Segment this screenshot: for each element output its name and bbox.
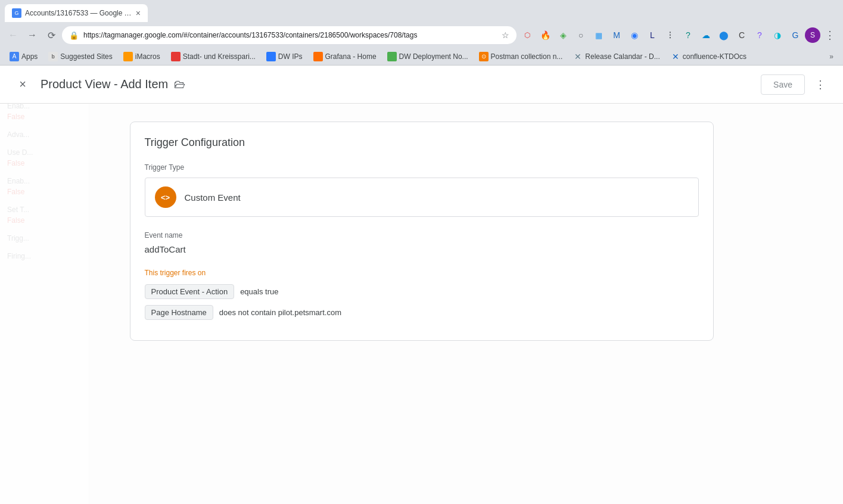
ext-btn-16[interactable]: G [787, 27, 804, 43]
tab-favicon: G [12, 8, 21, 18]
bookmark-release-label: Release Calandar - D... [585, 52, 660, 61]
bookmark-dw-deployment-label: DW Deployment No... [399, 52, 468, 61]
dialog-title: Product View - Add Item 🗁 [41, 77, 761, 91]
event-name-value: addToCart [145, 244, 699, 254]
confluence-favicon: ✕ [671, 52, 680, 61]
postman-favicon: ⊙ [479, 52, 489, 61]
condition-tag-1[interactable]: Page Hostname [145, 305, 213, 320]
tab-close-button[interactable]: × [136, 8, 141, 18]
bookmarks-more-button[interactable]: » [825, 51, 838, 63]
trigger-config-card: Trigger Configuration Trigger Type <> Cu… [130, 122, 714, 341]
star-icon[interactable]: ☆ [502, 30, 509, 40]
extension-icons: ⬡ 🔥 ◈ ○ ▦ M ◉ L ⁝ ? ☁ ⬤ C ? ◑ G S ⋮ [519, 27, 838, 43]
bookmark-suggested[interactable]: b Suggested Sites [43, 50, 117, 63]
condition-text-1: does not contain pilot.petsmart.com [219, 308, 341, 317]
dialog-overlay: × Product View - Add Item 🗁 Save ⋮ Trigg… [0, 66, 843, 504]
ext-btn-10[interactable]: ? [680, 27, 696, 43]
chrome-menu-btn[interactable]: ⋮ [822, 27, 838, 43]
bookmark-dwips-label: DW IPs [278, 52, 303, 61]
ext-btn-8[interactable]: L [644, 27, 661, 43]
ext-btn-14[interactable]: ? [751, 27, 768, 43]
dialog-close-button[interactable]: × [12, 74, 33, 95]
stadt-favicon [171, 52, 181, 61]
ext-btn-5[interactable]: ▦ [590, 27, 607, 43]
bookmark-confluence[interactable]: ✕ confluence-KTDOcs [666, 50, 751, 63]
grafana-favicon [313, 52, 323, 61]
url-text: https://tagmanager.google.com/#/containe… [83, 31, 497, 39]
ext-btn-3[interactable]: ◈ [555, 27, 571, 43]
ext-btn-13[interactable]: C [733, 27, 750, 43]
more-options-icon: ⋮ [815, 78, 826, 91]
condition-text-0: equals true [240, 287, 278, 296]
bookmark-suggested-label: Suggested Sites [60, 52, 112, 61]
dialog-title-text: Product View - Add Item [41, 77, 168, 91]
condition-tag-0[interactable]: Product Event - Action [145, 284, 235, 299]
condition-row-0: Product Event - Action equals true [145, 284, 699, 299]
bookmark-dw-deployment[interactable]: DW Deployment No... [382, 50, 473, 63]
bookmark-dwips[interactable]: DW IPs [262, 50, 307, 63]
more-options-button[interactable]: ⋮ [810, 74, 831, 95]
active-tab[interactable]: G Accounts/13167533 — Google Tag Manager… [5, 4, 148, 22]
profile-btn[interactable]: S [805, 27, 820, 43]
save-button[interactable]: Save [761, 74, 805, 95]
tab-title: Accounts/13167533 — Google Tag Manager [25, 9, 132, 17]
bookmark-imacros[interactable]: iMacros [119, 50, 165, 63]
dialog-header: × Product View - Add Item 🗁 Save ⋮ [0, 66, 843, 104]
ext-btn-7[interactable]: ◉ [626, 27, 643, 43]
ext-btn-11[interactable]: ☁ [698, 27, 714, 43]
imacros-favicon [123, 52, 133, 61]
code-icon: <> [161, 193, 170, 202]
bookmark-apps[interactable]: A Apps [5, 50, 42, 63]
trigger-type-label: Trigger Type [145, 163, 699, 172]
fires-on-label: This trigger fires on [145, 269, 699, 277]
bookmark-postman-label: Postman collection n... [491, 52, 563, 61]
ext-btn-2[interactable]: 🔥 [537, 27, 553, 43]
ext-btn-12[interactable]: ⬤ [716, 27, 732, 43]
ext-btn-1[interactable]: ⬡ [519, 27, 536, 43]
close-icon: × [19, 77, 26, 91]
tab-bar: G Accounts/13167533 — Google Tag Manager… [0, 0, 843, 23]
release-favicon: ✕ [573, 52, 583, 61]
condition-row-1: Page Hostname does not contain pilot.pet… [145, 305, 699, 320]
apps-favicon: A [10, 52, 19, 61]
bookmark-confluence-label: confluence-KTDOcs [683, 52, 746, 61]
suggested-favicon: b [48, 52, 58, 61]
trigger-config-title: Trigger Configuration [145, 136, 699, 149]
main-area: × GA - Ac... Enab... False Adva... Use D… [0, 66, 843, 504]
ext-btn-15[interactable]: ◑ [769, 27, 786, 43]
bookmark-release[interactable]: ✕ Release Calandar - D... [568, 50, 664, 63]
bookmark-postman[interactable]: ⊙ Postman collection n... [474, 50, 568, 63]
event-name-label: Event name [145, 231, 699, 239]
dialog-actions: Save ⋮ [761, 74, 831, 95]
url-bar[interactable]: 🔒 https://tagmanager.google.com/#/contai… [62, 26, 517, 44]
trigger-type-selector[interactable]: <> Custom Event [145, 178, 699, 217]
custom-event-icon: <> [155, 186, 176, 208]
reload-button[interactable]: ⟳ [43, 27, 60, 43]
dwips-favicon [266, 52, 276, 61]
address-bar: ← → ⟳ 🔒 https://tagmanager.google.com/#/… [0, 23, 843, 48]
lock-icon: 🔒 [69, 31, 79, 40]
bookmark-imacros-label: iMacros [135, 52, 160, 61]
bookmark-grafana-label: Grafana - Home [325, 52, 377, 61]
bookmark-stadt[interactable]: Stadt- und Kreisspari... [166, 50, 260, 63]
ext-btn-9[interactable]: ⁝ [662, 27, 679, 43]
ext-btn-6[interactable]: M [608, 27, 625, 43]
bookmark-stadt-label: Stadt- und Kreisspari... [183, 52, 256, 61]
bookmark-grafana[interactable]: Grafana - Home [309, 50, 381, 63]
ext-btn-4[interactable]: ○ [573, 27, 589, 43]
folder-icon[interactable]: 🗁 [174, 77, 186, 91]
bookmarks-bar: A Apps b Suggested Sites iMacros Stadt- … [0, 48, 843, 66]
bookmark-apps-label: Apps [21, 52, 38, 61]
forward-button[interactable]: → [24, 27, 41, 43]
back-button[interactable]: ← [5, 27, 21, 43]
trigger-type-name: Custom Event [185, 192, 241, 203]
dialog-content: Trigger Configuration Trigger Type <> Cu… [0, 104, 843, 504]
dw-deployment-favicon [387, 52, 397, 61]
browser-chrome: G Accounts/13167533 — Google Tag Manager… [0, 0, 843, 66]
